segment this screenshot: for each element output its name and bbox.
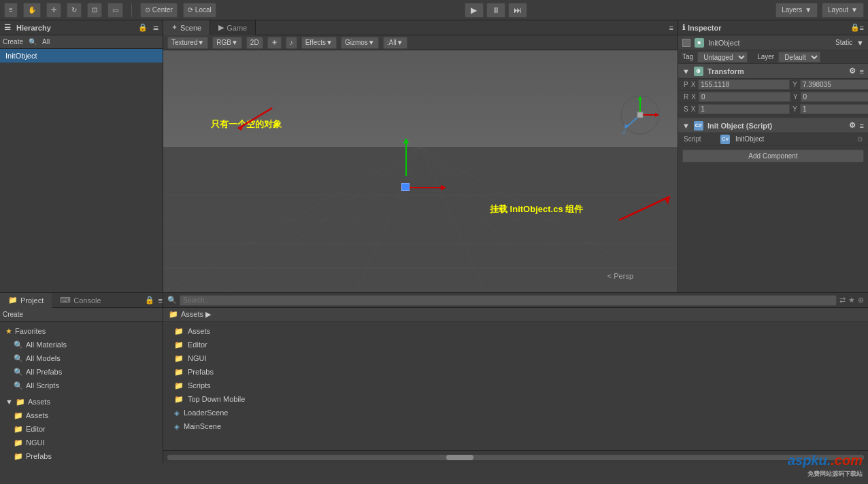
- scene-viewport[interactable]: Y X Z < Persp 只有一个空的对象: [163, 50, 678, 292]
- assets-folder-scripts[interactable]: 📁 Scripts: [0, 463, 163, 464]
- local-btn[interactable]: ⟳ Local: [183, 3, 216, 18]
- hierarchy-header: ☰ Hierarchy 🔒 ≡: [0, 20, 163, 35]
- scale-tool-btn[interactable]: ⊡: [87, 3, 102, 18]
- folder-icon: 📁: [174, 381, 184, 390]
- rgb-dropdown[interactable]: RGB▼: [212, 37, 242, 49]
- project-menu-icon[interactable]: ≡: [158, 296, 163, 305]
- layout-dropdown[interactable]: Layout ▼: [822, 3, 864, 18]
- play-button[interactable]: ▶: [465, 3, 484, 18]
- transform-menu-icon[interactable]: ≡: [860, 67, 864, 75]
- hierarchy-create-btn[interactable]: Create: [3, 38, 23, 46]
- search-icon: 🔍: [14, 341, 23, 349]
- rot-y-input[interactable]: [801, 92, 868, 102]
- project-create-btn[interactable]: Create: [3, 311, 23, 318]
- layers-dropdown[interactable]: Layers ▼: [775, 3, 818, 18]
- asset-item-topdownmobile[interactable]: 📁 Top Down Mobile: [163, 392, 868, 406]
- rect-tool-btn[interactable]: ▭: [107, 3, 123, 18]
- assets-folder-prefabs[interactable]: 📁 Prefabs: [0, 449, 163, 463]
- move-tool-btn[interactable]: ✛: [46, 3, 61, 18]
- assets-folder-ngui[interactable]: 📁 NGUI: [0, 436, 163, 449]
- inspector-menu-icon[interactable]: ≡: [860, 24, 864, 32]
- transform-settings-icon[interactable]: ⚙: [849, 67, 856, 75]
- hierarchy-all-btn[interactable]: All: [42, 38, 50, 46]
- pause-button[interactable]: ⏸: [486, 3, 505, 18]
- favorite-all-scripts[interactable]: 🔍 All Scripts: [0, 379, 163, 392]
- scene-grid-svg: [163, 147, 678, 292]
- pos-x-input[interactable]: [698, 80, 790, 90]
- hierarchy-item-initobject[interactable]: InitObject: [0, 49, 163, 63]
- asset-item-ngui[interactable]: 📁 NGUI: [163, 351, 868, 365]
- project-panel: 📁 Project ⌨ Console 🔒 ≡ Create ★ Favorit…: [0, 293, 163, 464]
- inspector-tag-row: Tag Untagged Layer Default: [678, 50, 868, 64]
- script-row: Script C# InitObject ⊙: [678, 133, 868, 145]
- tab-console[interactable]: ⌨ Console: [52, 293, 109, 308]
- assets-collapse-icon: ▼: [5, 398, 13, 406]
- asset-item-assets[interactable]: 📁 Assets: [163, 324, 868, 338]
- script-collapse-icon[interactable]: ▼: [682, 122, 690, 130]
- folder-icon: 📁: [174, 395, 184, 404]
- obj-active-checkbox[interactable]: [682, 39, 690, 47]
- search-icon: 🔍: [14, 381, 23, 390]
- asset-item-loaderscene[interactable]: ◈ LoaderScene: [163, 406, 868, 419]
- all-dropdown[interactable]: :All▼: [383, 37, 407, 49]
- layer-dropdown[interactable]: Default: [778, 52, 820, 63]
- tab-game[interactable]: ▶ Game: [210, 20, 256, 35]
- top-toolbar: ≡ ✋ ✛ ↻ ⊡ ▭ ⊙ Center ⟳ Local ▶ ⏸ ⏭ Layer…: [0, 0, 868, 20]
- rotate-tool-btn[interactable]: ↻: [67, 3, 82, 18]
- assets-tree-root[interactable]: ▼ 📁 Assets: [0, 395, 163, 409]
- asset-item-prefabs[interactable]: 📁 Prefabs: [163, 365, 868, 379]
- local-icon: ⟳: [188, 6, 193, 14]
- audio-btn[interactable]: ♪: [286, 37, 297, 49]
- assets-icon2[interactable]: ★: [848, 296, 855, 305]
- scale-y-input[interactable]: [800, 104, 868, 114]
- search-icon: 🔍: [14, 368, 23, 377]
- hierarchy-toolbar: Create 🔍 All: [0, 35, 163, 49]
- transform-component-header: ▼ ⊕ Transform ⚙ ≡: [678, 64, 868, 79]
- assets-search-input[interactable]: [180, 295, 837, 306]
- scene-tabs: ✦ Scene ▶ Game ≡: [163, 20, 678, 35]
- hand-tool-btn[interactable]: ✋: [23, 3, 41, 18]
- hierarchy-menu-icon[interactable]: ≡: [153, 22, 158, 33]
- next-button[interactable]: ⏭: [508, 3, 527, 18]
- pos-y-input[interactable]: [800, 80, 868, 90]
- assets-folder-assets[interactable]: 📁 Assets: [0, 409, 163, 422]
- favorite-all-models[interactable]: 🔍 All Models: [0, 351, 163, 365]
- chevron-down-icon: ▼: [805, 6, 812, 14]
- center-btn[interactable]: ⊙ Center: [140, 3, 178, 18]
- favorite-all-prefabs[interactable]: 🔍 All Prefabs: [0, 365, 163, 379]
- effects-dropdown[interactable]: Effects▼: [301, 37, 337, 49]
- tab-project[interactable]: 📁 Project: [0, 293, 52, 308]
- scene-toolbar: Textured▼ RGB▼ 2D ☀ ♪ Effects▼ Gizmos▼ :…: [163, 35, 678, 50]
- hierarchy-lock-icon[interactable]: 🔒: [138, 23, 148, 32]
- rot-x-input[interactable]: [699, 92, 790, 102]
- inspector-lock-icon[interactable]: 🔒: [850, 23, 860, 32]
- unity-menu-btn[interactable]: ≡: [4, 3, 18, 18]
- project-tabs: 📁 Project ⌨ Console 🔒 ≡: [0, 293, 163, 308]
- transform-collapse-icon[interactable]: ▼: [682, 67, 690, 75]
- favorite-all-materials[interactable]: 🔍 All Materials: [0, 338, 163, 351]
- asset-item-editor[interactable]: 📁 Editor: [163, 338, 868, 351]
- textured-dropdown[interactable]: Textured▼: [167, 37, 208, 49]
- gizmos-dropdown[interactable]: Gizmos▼: [341, 37, 379, 49]
- static-dropdown-icon[interactable]: ▼: [856, 39, 864, 47]
- horizontal-scrollbar[interactable]: [167, 455, 864, 460]
- project-lock-icon[interactable]: 🔒: [145, 296, 158, 305]
- favorites-section[interactable]: ★ Favorites: [0, 324, 163, 338]
- assets-icon1[interactable]: ⇄: [839, 296, 846, 305]
- lights-btn[interactable]: ☀: [267, 37, 282, 49]
- tab-scene[interactable]: ✦ Scene: [163, 20, 210, 35]
- scene-menu-icon[interactable]: ≡: [669, 24, 678, 32]
- tag-dropdown[interactable]: Untagged: [697, 52, 748, 63]
- inspector-panel: ℹ Inspector 🔒 ≡ ■ InitObject Static ▼ Ta…: [678, 20, 868, 292]
- assets-icon3[interactable]: ⊕: [858, 296, 864, 305]
- script-menu-icon[interactable]: ≡: [860, 122, 864, 130]
- assets-folder-editor[interactable]: 📁 Editor: [0, 422, 163, 436]
- script-settings-icon[interactable]: ⚙: [849, 121, 856, 130]
- 2d-btn[interactable]: 2D: [246, 37, 263, 49]
- folder-icon: 📁: [174, 354, 184, 363]
- asset-item-scripts[interactable]: 📁 Scripts: [163, 379, 868, 392]
- persp-label: < Persp: [607, 272, 633, 280]
- scale-x-input[interactable]: [698, 104, 790, 114]
- add-component-button[interactable]: Add Component: [682, 150, 864, 162]
- asset-item-mainscene[interactable]: ◈ MainScene: [163, 419, 868, 433]
